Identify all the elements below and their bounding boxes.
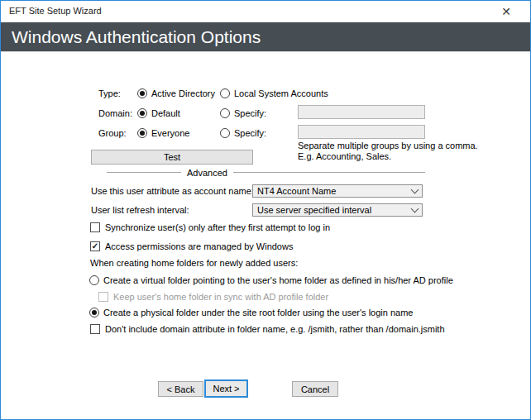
back-button[interactable]: < Back bbox=[158, 381, 203, 397]
group-hint-line2: E.g. Accounting, Sales. bbox=[298, 151, 391, 162]
checkbox-label: Access permissions are managed by Window… bbox=[105, 241, 293, 251]
keep-sync-checkbox: Keep user's home folder in sync with AD … bbox=[98, 291, 328, 303]
domain-row: Domain: Default Specify: bbox=[98, 107, 266, 119]
radio-icon bbox=[89, 275, 99, 285]
account-attribute-select[interactable]: NT4 Account Name bbox=[252, 184, 423, 198]
radio-label: Active Directory bbox=[151, 88, 215, 98]
radio-group-everyone[interactable]: Everyone bbox=[137, 128, 220, 138]
wizard-window: EFT Site Setup Wizard ✕ Windows Authenti… bbox=[0, 0, 531, 420]
radio-label: Default bbox=[151, 108, 180, 118]
window-title: EFT Site Setup Wizard bbox=[9, 6, 102, 16]
group-specify-input[interactable] bbox=[298, 125, 425, 139]
checkbox-label: Keep user's home folder in sync with AD … bbox=[113, 292, 328, 302]
domain-label: Domain: bbox=[98, 108, 137, 118]
checkbox-label: Don't include domain attribute in folder… bbox=[105, 324, 445, 334]
virtual-folder-radio[interactable]: Create a virtual folder pointing to the … bbox=[89, 274, 453, 286]
radio-label: Specify: bbox=[234, 128, 266, 138]
radio-active-directory[interactable]: Active Directory bbox=[137, 88, 220, 98]
radio-label: Create a virtual folder pointing to the … bbox=[103, 275, 453, 285]
sync-users-checkbox[interactable]: Synchronize user(s) only after they firs… bbox=[90, 222, 330, 233]
divider-line bbox=[233, 172, 425, 173]
advanced-divider: Advanced bbox=[107, 167, 425, 178]
page-title: Windows Authentication Options bbox=[1, 27, 261, 47]
access-permissions-checkbox[interactable]: ✓ Access permissions are managed by Wind… bbox=[90, 241, 293, 252]
domain-specify-input[interactable] bbox=[298, 105, 425, 119]
chevron-down-icon bbox=[411, 205, 419, 213]
chevron-down-icon bbox=[411, 186, 419, 194]
checkbox-icon bbox=[90, 324, 100, 334]
radio-icon bbox=[137, 88, 147, 98]
radio-label: Create a physical folder under the site … bbox=[103, 308, 413, 317]
advanced-label: Advanced bbox=[187, 168, 227, 178]
checkbox-label: Synchronize user(s) only after they firs… bbox=[105, 222, 330, 232]
group-row: Group: Everyone Specify: bbox=[98, 127, 266, 139]
checkbox-icon: ✓ bbox=[90, 241, 100, 251]
physical-folder-radio[interactable]: Create a physical folder under the site … bbox=[89, 307, 413, 318]
titlebar: EFT Site Setup Wizard ✕ bbox=[1, 1, 530, 22]
radio-label: Local System Accounts bbox=[234, 88, 328, 98]
refresh-interval-label: User list refresh interval: bbox=[91, 205, 189, 215]
radio-group-specify[interactable]: Specify: bbox=[220, 128, 266, 138]
radio-local-system-accounts[interactable]: Local System Accounts bbox=[220, 88, 328, 98]
domain-attribute-checkbox[interactable]: Don't include domain attribute in folder… bbox=[90, 323, 445, 335]
close-icon: ✕ bbox=[501, 5, 511, 18]
type-row: Type: Active Directory Local System Acco… bbox=[98, 88, 328, 99]
home-folders-heading: When creating home folders for newly add… bbox=[90, 258, 298, 268]
account-attribute-label: Use this user attribute as account name: bbox=[91, 186, 254, 196]
radio-icon bbox=[89, 308, 99, 317]
radio-icon bbox=[137, 128, 147, 138]
test-button[interactable]: Test bbox=[91, 150, 253, 165]
selected-value: Use server specified interval bbox=[257, 205, 371, 215]
divider-line bbox=[107, 172, 181, 173]
next-button[interactable]: Next > bbox=[204, 379, 248, 398]
radio-label: Specify: bbox=[234, 108, 266, 118]
radio-icon bbox=[220, 88, 230, 98]
checkbox-icon bbox=[98, 292, 108, 302]
radio-icon bbox=[220, 128, 230, 138]
radio-domain-specify[interactable]: Specify: bbox=[220, 108, 266, 118]
group-label: Group: bbox=[98, 128, 137, 138]
wizard-banner: Windows Authentication Options bbox=[1, 22, 530, 52]
close-button[interactable]: ✕ bbox=[495, 3, 517, 20]
radio-icon bbox=[137, 108, 147, 118]
radio-domain-default[interactable]: Default bbox=[137, 108, 220, 118]
type-label: Type: bbox=[98, 88, 137, 98]
radio-icon bbox=[220, 108, 230, 118]
checkbox-icon bbox=[90, 222, 100, 232]
group-hint-line1: Separate multiple groups by using a comm… bbox=[298, 141, 478, 151]
radio-label: Everyone bbox=[151, 128, 189, 138]
cancel-button[interactable]: Cancel bbox=[292, 381, 338, 397]
refresh-interval-select[interactable]: Use server specified interval bbox=[252, 203, 423, 217]
selected-value: NT4 Account Name bbox=[257, 186, 336, 196]
